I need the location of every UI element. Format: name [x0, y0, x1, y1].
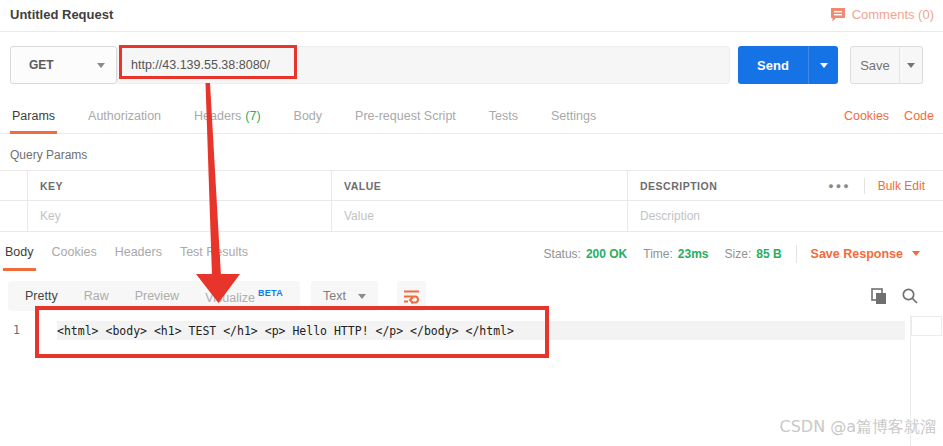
view-tab-preview[interactable]: Preview [135, 289, 179, 303]
method-select[interactable]: GET [10, 46, 117, 84]
beta-badge: BETA [258, 288, 283, 298]
chevron-down-icon [358, 294, 366, 299]
save-response-label: Save Response [811, 247, 903, 261]
copy-icon [871, 288, 888, 305]
description-placeholder: Description [640, 209, 700, 223]
tab-headers-label: Headers [194, 109, 241, 123]
tab-pre-request-script[interactable]: Pre-request Script [353, 100, 458, 134]
status-label: Status: [544, 247, 581, 261]
send-button[interactable]: Send [738, 46, 808, 84]
code-link[interactable]: Code [904, 109, 934, 123]
status-value: 200 OK [586, 247, 627, 261]
response-tabs: Body Cookies Headers Test Results [0, 236, 250, 271]
save-response-button[interactable]: Save Response [811, 247, 920, 261]
request-tabs: Params Authorization Headers (7) Body Pr… [0, 100, 943, 134]
comment-icon [830, 7, 846, 22]
time-value: 23ms [678, 247, 709, 261]
response-tab-headers[interactable]: Headers [113, 236, 164, 271]
header-divider [0, 31, 943, 32]
search-response-button[interactable] [901, 287, 919, 309]
value-placeholder: Value [344, 209, 374, 223]
response-tab-test-results[interactable]: Test Results [178, 236, 250, 271]
page-title: Untitled Request [10, 7, 113, 22]
response-tab-body[interactable]: Body [3, 236, 36, 271]
params-input-row: Key Value Description [0, 200, 943, 232]
send-options-button[interactable] [808, 46, 838, 84]
watermark: CSDN @a篇博客就溜 [779, 417, 936, 438]
save-button[interactable]: Save [850, 46, 900, 84]
url-input[interactable]: http://43.139.55.38:8080/ [117, 46, 730, 84]
visualize-label: Visualize [205, 291, 255, 305]
view-tab-raw[interactable]: Raw [84, 289, 109, 303]
postman-window: Untitled Request Comments (0) GET http:/… [0, 0, 943, 446]
column-header-value: VALUE [344, 180, 381, 192]
query-params-heading: Query Params [10, 140, 87, 170]
tab-headers[interactable]: Headers (7) [192, 100, 263, 134]
comments-button[interactable]: Comments (0) [830, 7, 934, 22]
format-select[interactable]: Text [311, 281, 378, 311]
view-tab-visualize[interactable]: VisualizeBETA [205, 288, 283, 305]
tab-tests[interactable]: Tests [487, 100, 520, 134]
line-number: 1 [0, 323, 20, 337]
chevron-down-icon [97, 63, 105, 68]
response-tab-cookies[interactable]: Cookies [50, 236, 99, 271]
key-placeholder: Key [40, 209, 61, 223]
size-value: 85 B [756, 247, 781, 261]
row-gutter [0, 171, 28, 200]
params-table: KEY VALUE DESCRIPTION ●●● Bulk Edit Key … [0, 170, 943, 232]
tab-settings[interactable]: Settings [549, 100, 598, 134]
wrap-text-button[interactable] [397, 281, 426, 311]
wrap-text-icon [403, 289, 420, 304]
response-body-line[interactable]: <html> <body> <h1> TEST </h1> <p> Hello … [57, 321, 905, 340]
row-gutter [0, 201, 28, 231]
editor-scrollbar[interactable] [911, 316, 942, 336]
chevron-down-icon [820, 63, 828, 68]
value-input[interactable]: Value [332, 201, 628, 231]
chevron-down-icon [912, 251, 920, 256]
format-tab-group: Pretty Raw Preview VisualizeBETA [8, 281, 300, 311]
view-tab-pretty[interactable]: Pretty [25, 289, 58, 303]
tab-params[interactable]: Params [10, 100, 57, 134]
column-header-key: KEY [40, 180, 63, 192]
vertical-divider [796, 245, 797, 263]
params-header-row: KEY VALUE DESCRIPTION ●●● Bulk Edit [0, 170, 943, 200]
time-label: Time: [643, 247, 673, 261]
description-input[interactable]: Description [628, 201, 943, 231]
comments-label: Comments (0) [852, 7, 934, 22]
save-options-button[interactable] [899, 46, 923, 84]
format-select-value: Text [323, 289, 346, 303]
tab-authorization[interactable]: Authorization [86, 100, 163, 134]
size-label: Size: [725, 247, 752, 261]
cookies-link[interactable]: Cookies [844, 109, 889, 123]
key-input[interactable]: Key [28, 201, 332, 231]
response-view-toolbar: Pretty Raw Preview VisualizeBETA Text [8, 281, 426, 311]
method-value: GET [29, 58, 54, 72]
tab-body[interactable]: Body [292, 100, 325, 134]
request-tab-links: Cookies Code [844, 100, 934, 131]
vertical-divider [864, 178, 865, 194]
search-icon [901, 287, 919, 305]
column-header-description: DESCRIPTION [640, 180, 717, 192]
bulk-edit-link[interactable]: Bulk Edit [878, 179, 925, 193]
url-value: http://43.139.55.38:8080/ [131, 58, 270, 72]
headers-count: (7) [245, 109, 260, 123]
response-status-bar: Status: 200 OK Time: 23ms Size: 85 B Sav… [544, 236, 920, 271]
copy-response-button[interactable] [871, 288, 888, 309]
chevron-down-icon [907, 63, 915, 68]
more-options-icon[interactable]: ●●● [828, 181, 850, 191]
